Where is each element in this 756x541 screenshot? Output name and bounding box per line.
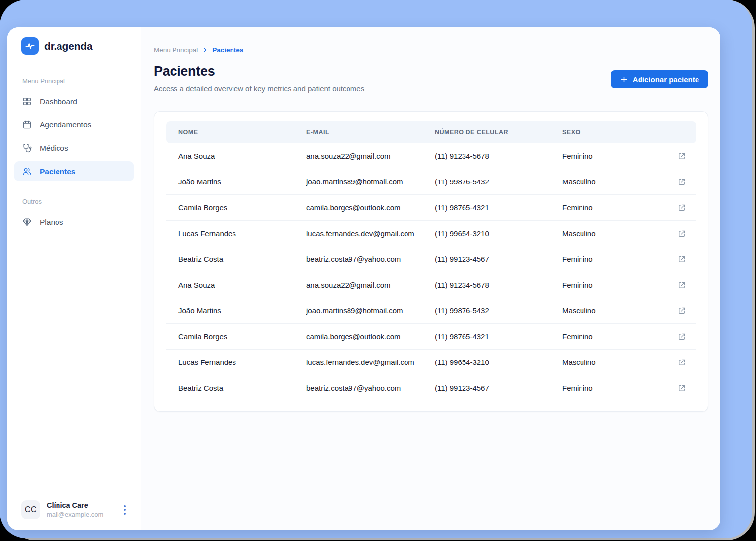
cell-sex: Masculino	[562, 358, 676, 366]
external-link-icon[interactable]	[676, 357, 687, 368]
sidebar-item-pacientes[interactable]: Pacientes	[14, 161, 134, 181]
table-body: Ana Souza ana.souza22@gmail.com (11) 912…	[166, 143, 696, 401]
external-link-icon[interactable]	[676, 177, 687, 187]
column-header-sexo: SEXO	[562, 129, 676, 136]
cell-phone: (11) 99876-5432	[435, 178, 562, 186]
external-link-icon[interactable]	[676, 331, 687, 342]
sidebar-item-planos[interactable]: Planos	[14, 212, 134, 232]
breadcrumb-parent[interactable]: Menu Principal	[154, 46, 198, 54]
cell-sex: Feminino	[562, 255, 676, 263]
cell-phone: (11) 99654-3210	[435, 229, 562, 238]
table-row: João Martins joao.martins89@hotmail.com …	[166, 298, 696, 324]
app-logo: dr.agenda	[7, 27, 141, 64]
cell-email: camila.borges@outlook.com	[306, 203, 435, 212]
heartbeat-logo-icon	[21, 37, 39, 55]
sidebar-item-agendamentos[interactable]: Agendamentos	[14, 115, 134, 135]
cell-sex: Masculino	[562, 306, 676, 315]
cell-sex: Feminino	[562, 203, 676, 212]
sidebar-item-label: Médicos	[40, 144, 68, 153]
cell-name: Lucas Fernandes	[178, 358, 306, 366]
diamond-icon	[22, 217, 32, 227]
sidebar: dr.agenda Menu Principal Dashboard Agend…	[7, 27, 141, 530]
cell-email: ana.souza22@gmail.com	[306, 281, 435, 289]
chevron-right-icon	[202, 47, 208, 53]
column-header-nome: NOME	[178, 129, 306, 136]
table-row: Ana Souza ana.souza22@gmail.com (11) 912…	[166, 143, 696, 169]
cell-sex: Feminino	[562, 384, 676, 392]
add-patient-button[interactable]: Adicionar paciente	[611, 70, 708, 88]
sidebar-item-label: Pacientes	[40, 167, 75, 176]
cell-sex: Feminino	[562, 332, 676, 341]
main-content: Menu Principal Pacientes Pacientes Acces…	[141, 27, 720, 530]
sidebar-item-medicos[interactable]: Médicos	[14, 138, 134, 158]
cell-name: Camila Borges	[178, 203, 306, 212]
cell-sex: Feminino	[562, 152, 676, 160]
table-row: Beatriz Costa beatriz.costa97@yahoo.com …	[166, 246, 696, 272]
cell-phone: (11) 99123-4567	[435, 384, 562, 392]
external-link-icon[interactable]	[676, 202, 687, 213]
app-window: dr.agenda Menu Principal Dashboard Agend…	[7, 27, 720, 530]
account-name: Clínica Care	[47, 501, 103, 509]
external-link-icon[interactable]	[676, 151, 687, 162]
cell-email: camila.borges@outlook.com	[306, 332, 435, 341]
account-footer: CC Clínica Care mail@example.com	[7, 492, 141, 530]
kebab-menu-icon[interactable]	[122, 503, 128, 517]
table-row: Camila Borges camila.borges@outlook.com …	[166, 195, 696, 221]
cell-phone: (11) 98765-4321	[435, 332, 562, 341]
cell-email: joao.martins89@hotmail.com	[306, 306, 435, 315]
table-row: Lucas Fernandes lucas.fernandes.dev@gmai…	[166, 221, 696, 246]
external-link-icon[interactable]	[676, 280, 687, 291]
sidebar-section-label: Menu Principal	[22, 77, 132, 85]
table-row: Lucas Fernandes lucas.fernandes.dev@gmai…	[166, 350, 696, 375]
cell-email: joao.martins89@hotmail.com	[306, 178, 435, 186]
breadcrumb-current[interactable]: Pacientes	[212, 46, 243, 54]
calendar-icon	[22, 120, 32, 129]
table-row: Ana Souza ana.souza22@gmail.com (11) 912…	[166, 272, 696, 298]
plus-icon	[620, 76, 628, 83]
stethoscope-icon	[22, 143, 32, 153]
cell-name: João Martins	[178, 306, 306, 315]
page-subtitle: Access a detailed overview of key metric…	[154, 84, 364, 93]
cell-phone: (11) 99123-4567	[435, 255, 562, 263]
cell-name: Camila Borges	[178, 332, 306, 341]
cell-name: Beatriz Costa	[178, 255, 306, 263]
external-link-icon[interactable]	[676, 254, 687, 265]
cell-name: Lucas Fernandes	[178, 229, 306, 238]
external-link-icon[interactable]	[676, 228, 687, 239]
cell-name: Beatriz Costa	[178, 384, 306, 392]
column-header-email: E-MAIL	[306, 129, 435, 136]
cell-email: beatriz.costa97@yahoo.com	[306, 255, 435, 263]
page-title: Pacientes	[154, 64, 364, 79]
cell-sex: Feminino	[562, 281, 676, 289]
app-title: dr.agenda	[44, 40, 92, 52]
cell-name: Ana Souza	[178, 281, 306, 289]
external-link-icon[interactable]	[676, 383, 687, 394]
cell-phone: (11) 99654-3210	[435, 358, 562, 366]
sidebar-item-label: Planos	[40, 218, 63, 227]
cell-phone: (11) 98765-4321	[435, 203, 562, 212]
cell-email: lucas.fernandes.dev@gmail.com	[306, 358, 435, 366]
cell-name: João Martins	[178, 178, 306, 186]
sidebar-section-label: Outros	[22, 198, 132, 205]
patients-icon	[22, 167, 32, 176]
avatar: CC	[21, 500, 40, 519]
account-email: mail@example.com	[47, 511, 103, 518]
table-row: João Martins joao.martins89@hotmail.com …	[166, 169, 696, 195]
cell-sex: Masculino	[562, 229, 676, 238]
table-row: Beatriz Costa beatriz.costa97@yahoo.com …	[166, 375, 696, 401]
sidebar-item-label: Dashboard	[40, 97, 77, 106]
table-header-row: NOME E-MAIL NÚMERO DE CELULAR SEXO	[166, 121, 696, 143]
table-row: Camila Borges camila.borges@outlook.com …	[166, 324, 696, 350]
sidebar-item-label: Agendamentos	[40, 120, 91, 129]
column-header-celular: NÚMERO DE CELULAR	[435, 129, 562, 136]
cell-phone: (11) 99876-5432	[435, 306, 562, 315]
cell-phone: (11) 91234-5678	[435, 152, 562, 160]
cell-email: beatriz.costa97@yahoo.com	[306, 384, 435, 392]
sidebar-item-dashboard[interactable]: Dashboard	[14, 91, 134, 112]
cell-sex: Masculino	[562, 178, 676, 186]
dashboard-icon	[22, 97, 32, 106]
breadcrumb: Menu Principal Pacientes	[154, 46, 708, 54]
cell-phone: (11) 91234-5678	[435, 281, 562, 289]
external-link-icon[interactable]	[676, 305, 687, 316]
add-patient-button-label: Adicionar paciente	[633, 75, 699, 84]
